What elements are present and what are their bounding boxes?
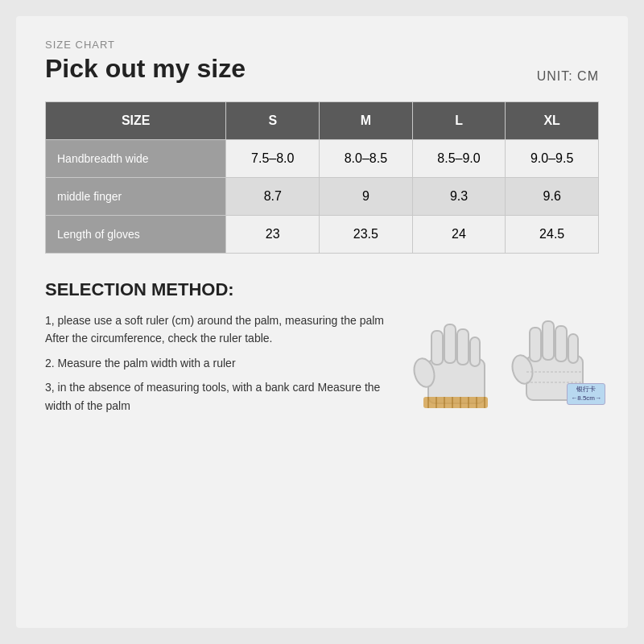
col-header-m: M	[320, 102, 413, 140]
selection-method-title: SELECTION METHOD:	[45, 279, 599, 300]
row-value: 7.5–8.0	[226, 140, 320, 178]
row-label: Handbreadth wide	[46, 140, 226, 178]
table-row: Length of gloves2323.52424.5	[46, 216, 599, 254]
selection-steps: 1, please use a soft ruler (cm) around t…	[45, 312, 412, 421]
bank-card-overlay: 银行卡←8.5cm→	[567, 383, 605, 405]
selection-body: 1, please use a soft ruler (cm) around t…	[45, 312, 599, 421]
row-label: Length of gloves	[46, 216, 226, 254]
svg-rect-19	[555, 326, 567, 361]
glove-with-bankcard: 银行卡←8.5cm→	[510, 312, 599, 419]
main-title: Pick out my size	[45, 54, 246, 84]
row-value: 8.5–9.0	[412, 140, 506, 178]
row-value: 24.5	[506, 216, 599, 254]
svg-rect-6	[423, 397, 488, 408]
illustration-area: 银行卡←8.5cm→	[412, 312, 599, 419]
step-3: 3, in the absence of measuring tools, wi…	[45, 378, 396, 415]
size-table: SIZE S M L XL Handbreadth wide7.5–8.08.0…	[45, 101, 599, 254]
row-value: 8.0–8.5	[320, 140, 413, 178]
row-value: 24	[412, 216, 506, 254]
svg-rect-4	[457, 329, 469, 365]
svg-rect-20	[568, 334, 578, 363]
row-value: 8.7	[226, 178, 320, 216]
col-header-s: S	[226, 102, 320, 140]
svg-rect-5	[470, 337, 480, 366]
row-value: 9	[320, 178, 413, 216]
step-2: 2. Measure the palm width with a ruler	[45, 354, 396, 372]
col-header-size: SIZE	[46, 102, 226, 140]
row-value: 9.0–9.5	[506, 140, 599, 178]
row-value: 23.5	[320, 216, 413, 254]
table-row: middle finger8.799.39.6	[46, 178, 599, 216]
table-row: Handbreadth wide7.5–8.08.0–8.58.5–9.09.0…	[46, 140, 599, 178]
row-label: middle finger	[46, 178, 226, 216]
row-value: 23	[226, 216, 320, 254]
size-chart-label-text: SIZE CHART	[45, 39, 599, 51]
table-header-row: SIZE S M L XL	[46, 102, 599, 140]
row-value: 9.3	[412, 178, 506, 216]
header-row: Pick out my size UNIT: CM	[45, 54, 599, 84]
svg-rect-2	[431, 331, 443, 365]
step-1: 1, please use a soft ruler (cm) around t…	[45, 312, 396, 348]
size-chart-card: SIZE CHART Pick out my size UNIT: CM SIZ…	[16, 16, 628, 628]
glove-ruler-svg	[412, 315, 501, 419]
svg-rect-3	[444, 324, 456, 363]
col-header-l: L	[412, 102, 506, 140]
row-value: 9.6	[506, 178, 599, 216]
unit-label: UNIT: CM	[537, 69, 599, 84]
glove-with-ruler	[412, 315, 501, 419]
svg-rect-17	[530, 328, 541, 361]
col-header-xl: XL	[506, 102, 599, 140]
svg-rect-18	[543, 321, 554, 360]
